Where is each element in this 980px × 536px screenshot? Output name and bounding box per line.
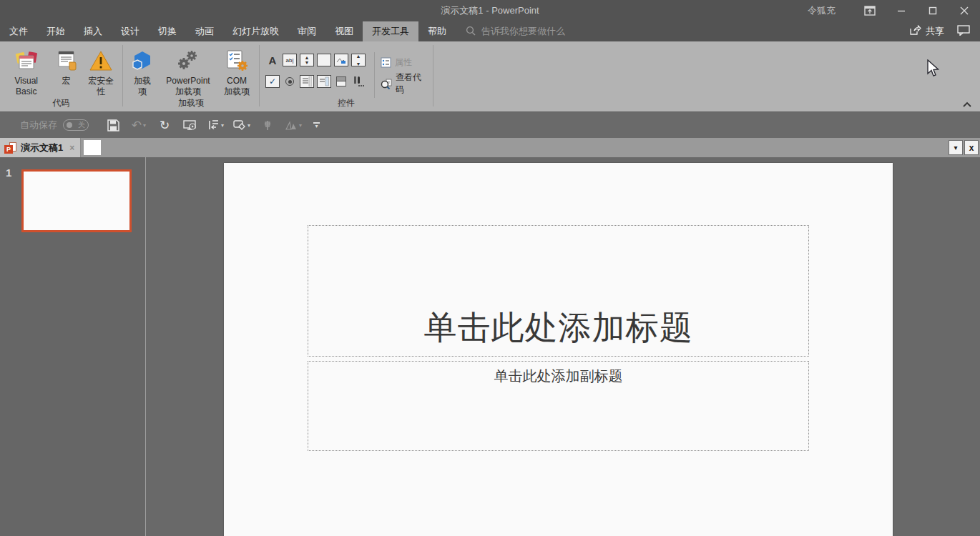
ribbon-display-options-icon[interactable] (854, 0, 886, 21)
slide-thumbnail-1[interactable] (21, 169, 132, 232)
rotate-dropdown[interactable]: ▾ (299, 122, 302, 129)
gears-icon (176, 49, 200, 73)
macros-button[interactable]: 宏 (50, 46, 83, 86)
ppt-addins-button[interactable]: PowerPoint 加载项 (159, 46, 217, 97)
subtitle-placeholder[interactable]: 单击此处添加副标题 (308, 361, 809, 451)
tab-animations[interactable]: 动画 (186, 21, 223, 41)
visual-basic-icon (14, 49, 39, 73)
com-addins-button[interactable]: COM 加载项 (217, 46, 256, 97)
spinbutton-control-icon[interactable]: ▲▼ (300, 54, 314, 66)
workspace: 1 单击此处添加标题 单击此处添加副标题 (0, 157, 980, 536)
tab-home[interactable]: 开始 (37, 21, 74, 41)
tab-help[interactable]: 帮助 (418, 21, 456, 41)
more-controls-icon[interactable] (351, 75, 366, 88)
share-button[interactable]: 共享 (898, 25, 951, 38)
visual-basic-button[interactable]: Visual Basic (3, 46, 50, 97)
tab-view[interactable]: 视图 (325, 21, 363, 41)
account-name[interactable]: 令狐充 (808, 4, 836, 17)
share-label: 共享 (926, 25, 944, 38)
rotate-icon[interactable]: ▾ (285, 116, 302, 134)
undo-dropdown-arrow[interactable]: ▾ (143, 122, 146, 129)
tab-close-icon[interactable]: × (69, 143, 74, 153)
addins-button[interactable]: 加载项 (126, 46, 159, 97)
group-separator (433, 45, 433, 106)
comments-button[interactable] (951, 25, 980, 38)
save-icon[interactable] (104, 116, 122, 134)
close-button[interactable] (949, 0, 980, 21)
document-tab-title: 演示文稿1 (21, 142, 63, 154)
checkbox-control-icon[interactable]: ✓ (265, 75, 280, 88)
togglebutton-control-icon[interactable] (334, 75, 348, 88)
label-control-icon[interactable]: A (265, 54, 280, 66)
new-tab-button[interactable] (84, 140, 101, 155)
group-addins: 加载项 (123, 41, 259, 111)
title-placeholder-text: 单击此处添加标题 (424, 306, 693, 356)
list-arrow-icon[interactable]: ▾ (207, 116, 225, 134)
slide-edit-area: 单击此处添加标题 单击此处添加副标题 (147, 157, 980, 536)
collapse-ribbon-icon[interactable] (961, 100, 973, 109)
autosave-state: 关 (78, 120, 85, 130)
tell-me-search[interactable]: 告诉我你想要做什么 (466, 21, 565, 41)
slide-number: 1 (6, 167, 11, 179)
commandbutton-control-icon[interactable] (317, 54, 331, 66)
com-addins-icon (225, 49, 249, 73)
tab-transitions[interactable]: 切换 (149, 21, 186, 41)
autosave-toggle[interactable]: 关 (63, 119, 89, 131)
pin-icon[interactable] (259, 116, 276, 134)
redo-icon[interactable]: ↻ (156, 116, 173, 134)
properties-label: 属性 (395, 56, 412, 69)
properties-button[interactable]: 属性 (381, 54, 428, 71)
autosave-control[interactable]: 自动保存 关 (20, 119, 89, 131)
undo-icon[interactable]: ↶▾ (130, 116, 147, 134)
tab-bar-close-button[interactable]: x (964, 140, 979, 155)
view-code-label: 查看代码 (396, 71, 428, 96)
tab-slideshow[interactable]: 幻灯片放映 (223, 21, 288, 41)
slide-thumbnail-panel: 1 (0, 157, 146, 536)
macros-label: 宏 (62, 76, 71, 86)
tab-insert[interactable]: 插入 (74, 21, 112, 41)
minimize-button[interactable] (886, 0, 917, 21)
customize-qat-icon[interactable]: ▾ (313, 122, 320, 128)
combobox-control-icon[interactable] (317, 75, 331, 88)
quick-access-toolbar: 自动保存 关 ↶▾ ↻ ▾ ▾ ▾ ▾ (0, 111, 980, 138)
tab-review[interactable]: 审阅 (288, 21, 325, 41)
group-code: Visual Basic 宏 (0, 41, 122, 111)
slide-canvas[interactable]: 单击此处添加标题 单击此处添加副标题 (224, 163, 893, 536)
group-label-code: 代码 (0, 97, 122, 109)
listbox-control-icon[interactable] (300, 75, 314, 88)
macro-security-label: 宏安全性 (87, 76, 115, 97)
ppt-addins-label: PowerPoint 加载项 (163, 76, 213, 97)
subtitle-placeholder-text: 单击此处添加副标题 (494, 362, 623, 386)
visual-basic-label: Visual Basic (7, 76, 46, 97)
textbox-control-icon[interactable]: ab| (283, 54, 297, 66)
tab-design[interactable]: 设计 (112, 21, 149, 41)
start-slideshow-icon[interactable] (182, 116, 199, 134)
optionbutton-control-icon[interactable] (283, 75, 297, 88)
addin-cube-icon (130, 49, 155, 73)
properties-icon (381, 57, 391, 68)
tab-file[interactable]: 文件 (0, 21, 37, 41)
group-label-addins: 加载项 (123, 97, 259, 109)
toggle-knob (67, 122, 72, 128)
ribbon-tab-bar: 文件 开始 插入 设计 切换 动画 幻灯片放映 审阅 视图 开发工具 帮助 告诉… (0, 21, 980, 41)
maximize-button[interactable] (917, 0, 949, 21)
image-control-icon[interactable] (334, 54, 348, 66)
scrollbar-control-icon[interactable]: ▲▼ (351, 54, 366, 66)
document-tab-active[interactable]: P 演示文稿1 × (0, 138, 81, 157)
tab-developer[interactable]: 开发工具 (363, 21, 418, 41)
title-placeholder[interactable]: 单击此处添加标题 (308, 225, 809, 357)
titlebar: 演示文稿1 - PowerPoint 令狐充 (0, 0, 980, 21)
search-icon (466, 26, 476, 38)
shapes-icon[interactable]: ▾ (233, 116, 250, 134)
document-tab-bar: P 演示文稿1 × ▾ x (0, 138, 980, 157)
group-controls: A ab| ▲▼ ▲▼ ✓ 属性 (260, 41, 433, 111)
list-arrow-dropdown[interactable]: ▾ (221, 122, 224, 129)
view-code-button[interactable]: 查看代码 (381, 75, 428, 92)
tab-list-dropdown-button[interactable]: ▾ (949, 140, 963, 155)
shapes-dropdown[interactable]: ▾ (248, 122, 250, 129)
macros-icon (54, 49, 79, 73)
powerpoint-file-icon: P (4, 142, 16, 154)
view-code-icon (381, 79, 392, 89)
ribbon-developer: Visual Basic 宏 (0, 41, 980, 111)
macro-security-button[interactable]: 宏安全性 (83, 46, 119, 97)
